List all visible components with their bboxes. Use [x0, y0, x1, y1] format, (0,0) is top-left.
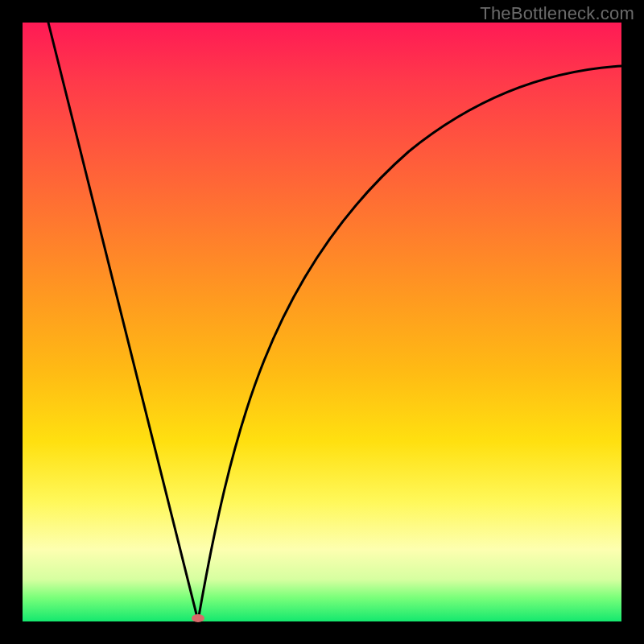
- curve-left-branch: [48, 23, 198, 621]
- plot-area: [23, 23, 621, 621]
- min-marker: [192, 614, 204, 622]
- bottleneck-curve: [23, 23, 621, 621]
- chart-frame: TheBottleneck.com: [0, 0, 644, 644]
- watermark-text: TheBottleneck.com: [480, 3, 634, 24]
- curve-right-branch: [198, 66, 621, 621]
